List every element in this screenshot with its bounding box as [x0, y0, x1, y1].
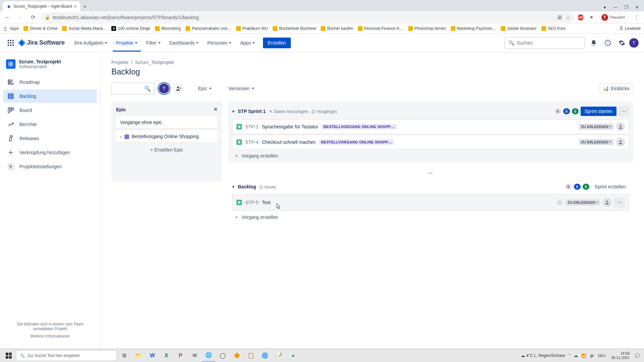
- spotify-icon[interactable]: ●: [286, 350, 300, 362]
- breadcrumb-project[interactable]: Scrum_Testprojekt: [135, 60, 174, 65]
- bookmark-apps[interactable]: ⠿Apps: [3, 26, 19, 31]
- profile-chip[interactable]: T Pausiert: [600, 13, 629, 22]
- epic-panel-close[interactable]: ×: [214, 106, 217, 113]
- weather-widget[interactable]: ☁ 4°C L. Regen/Schnee: [521, 353, 565, 358]
- global-search[interactable]: 🔍 Suchen: [504, 37, 585, 49]
- browser-tab[interactable]: ◆ Scrum_Testprojekt – Agile-Board ×: [3, 1, 80, 11]
- start-sprint-button[interactable]: Sprint starten: [581, 107, 616, 116]
- epic-filter[interactable]: Epic: [195, 84, 215, 93]
- bookmark-item[interactable]: Social Media Mana…: [62, 26, 107, 31]
- new-tab-button[interactable]: +: [80, 2, 90, 11]
- tray-chevron-icon[interactable]: ˄: [569, 353, 571, 358]
- bookmark-item[interactable]: Marketing Psycholo…: [451, 26, 496, 31]
- bookmark-item[interactable]: Bücher kaufen: [321, 26, 353, 31]
- create-button[interactable]: Erstellen: [263, 38, 290, 48]
- clock[interactable]: 14:58 30.11.2021: [609, 351, 632, 360]
- app-icon[interactable]: 📋: [244, 350, 258, 362]
- bookmark-item[interactable]: Panoramabahn und…: [185, 26, 231, 31]
- maximize-icon[interactable]: ❐: [624, 5, 629, 9]
- status-dropdown[interactable]: ZU ERLEDIGEN: [566, 199, 600, 205]
- sidebar-backlog[interactable]: Backlog: [3, 89, 97, 103]
- bookmark-item[interactable]: Bücherliste Bücherei: [273, 26, 316, 31]
- profile-avatar[interactable]: T: [629, 38, 639, 48]
- issue-row[interactable]: STP-4 Checkout schnell machen BESTELLVOR…: [232, 135, 629, 149]
- jira-logo[interactable]: Jira Software: [18, 39, 65, 47]
- minimize-icon[interactable]: ―: [613, 5, 618, 9]
- help-icon[interactable]: ?: [602, 38, 613, 48]
- unassigned-avatar[interactable]: [603, 198, 611, 207]
- app-icon[interactable]: ◯: [216, 350, 229, 362]
- status-dropdown[interactable]: ZU ERLEDIGEN: [579, 139, 613, 145]
- reading-list[interactable]: ☰Leseliste: [620, 26, 641, 31]
- powerpoint-icon[interactable]: P: [174, 350, 187, 362]
- nav-projects[interactable]: Projekte: [113, 34, 141, 52]
- mail-icon[interactable]: ✉: [188, 350, 201, 362]
- assignee-filter-avatar[interactable]: T: [158, 83, 170, 94]
- nav-your-work[interactable]: Ihre Aufgaben: [71, 34, 111, 52]
- bookmark-item[interactable]: Dinner & Crime: [23, 26, 57, 31]
- epic-item[interactable]: › Bestellvorgang Online Shopping: [116, 130, 217, 142]
- bookmark-star-icon[interactable]: ☆: [566, 15, 570, 20]
- epic-tag[interactable]: BESTELLVORGANG ONLINE SHOPP…: [319, 139, 394, 145]
- status-dropdown[interactable]: ZU ERLEDIGEN: [579, 124, 613, 130]
- bookmark-item[interactable]: Praktikum WU: [236, 26, 268, 31]
- forward-button[interactable]: →: [15, 13, 25, 22]
- chevron-down-icon[interactable]: ▾: [232, 184, 234, 189]
- unassigned-avatar[interactable]: [616, 122, 625, 131]
- sidebar-project-settings[interactable]: Projekteinstellungen: [3, 160, 97, 173]
- bookmark-item[interactable]: Personal Finance K…: [358, 26, 404, 31]
- create-epic-button[interactable]: + Erstellen Epic: [116, 144, 217, 155]
- sidebar-reports[interactable]: Berichte: [3, 118, 97, 131]
- nav-apps[interactable]: Apps: [237, 34, 258, 52]
- settings-icon[interactable]: [616, 38, 627, 48]
- create-issue-backlog[interactable]: ＋Vorgang erstellen: [232, 212, 629, 223]
- create-sprint-button[interactable]: Sprint erstellen: [591, 182, 629, 191]
- app-icon[interactable]: 🔶: [230, 350, 244, 362]
- sidebar-board[interactable]: Board: [3, 104, 97, 117]
- nav-dashboards[interactable]: Dashboards: [166, 34, 202, 52]
- sprint-more-button[interactable]: ⋯: [619, 106, 629, 117]
- estimate-pill[interactable]: -: [557, 199, 563, 205]
- sidebar-roadmap[interactable]: Roadmap: [3, 75, 97, 89]
- issue-more-button[interactable]: ⋯: [614, 197, 625, 208]
- action-center-icon[interactable]: 💬: [635, 353, 640, 358]
- issue-row[interactable]: STP-5 Test - ZU ERLEDIGEN ⋯: [232, 194, 629, 211]
- language-indicator[interactable]: DEU: [598, 354, 606, 358]
- explorer-icon[interactable]: 📁: [131, 350, 145, 362]
- add-dates-button[interactable]: ✎Daten hinzufügen: [269, 109, 308, 114]
- start-button[interactable]: [2, 350, 15, 362]
- epic-tag[interactable]: BESTELLVORGANG ONLINE SHOPP…: [322, 124, 397, 129]
- create-issue-sprint[interactable]: ＋Vorgang erstellen: [232, 150, 629, 162]
- wifi-icon[interactable]: 📶: [581, 353, 586, 358]
- notifications-icon[interactable]: [588, 38, 599, 48]
- excel-icon[interactable]: X: [160, 350, 173, 362]
- bookmark-item[interactable]: B100 schöne Dinge: [111, 26, 150, 31]
- versions-filter[interactable]: Versionen: [225, 84, 257, 93]
- word-icon[interactable]: W: [146, 350, 159, 362]
- volume-icon[interactable]: 🔊: [590, 353, 595, 358]
- task-view-icon[interactable]: ⧉: [117, 350, 131, 362]
- project-header[interactable]: Scrum_Testprojekt Softwareprojekt: [3, 59, 97, 75]
- chevron-down-icon[interactable]: ▾: [232, 109, 234, 114]
- onedrive-icon[interactable]: ☁: [574, 353, 578, 358]
- bookmark-item[interactable]: Bloomberg: [155, 26, 181, 31]
- account-dot-icon[interactable]: ●: [602, 5, 607, 9]
- back-button[interactable]: ←: [3, 13, 12, 22]
- sidebar-releases[interactable]: Releases: [3, 132, 97, 145]
- extensions-icon[interactable]: ✦: [587, 13, 596, 22]
- url-bar[interactable]: 🔒 testdeutsch1.atlassian.net/jira/softwa…: [41, 12, 574, 22]
- board-search-input[interactable]: 🔍: [111, 82, 155, 95]
- learn-more-link[interactable]: Weitere Informationen: [7, 334, 94, 339]
- nav-people[interactable]: Personen: [204, 34, 235, 52]
- chrome-menu-icon[interactable]: ⋮: [632, 13, 641, 22]
- translate-icon[interactable]: ⊞: [557, 14, 562, 20]
- resize-handle[interactable]: ⸺: [228, 166, 633, 180]
- tab-close-icon[interactable]: ×: [74, 4, 77, 9]
- notepad-icon[interactable]: 📝: [272, 350, 286, 362]
- reload-button[interactable]: ⟳: [28, 13, 38, 22]
- abp-extension-icon[interactable]: ABP: [578, 14, 584, 20]
- breadcrumb-root[interactable]: Projekte: [111, 60, 128, 65]
- edge-icon[interactable]: 🌀: [258, 350, 272, 362]
- bookmark-item[interactable]: Adobe Illustrator: [501, 26, 536, 31]
- unassigned-avatar[interactable]: [616, 138, 625, 146]
